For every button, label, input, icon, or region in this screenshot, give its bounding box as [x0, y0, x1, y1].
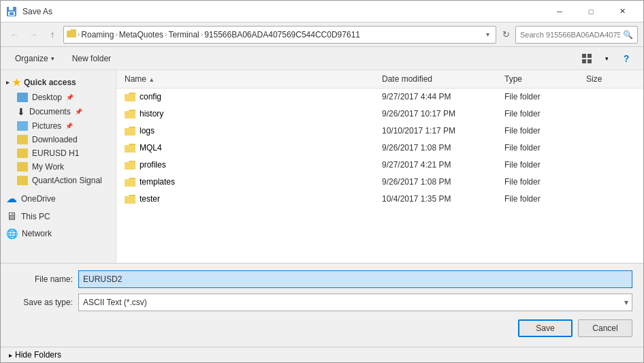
file-name: history	[140, 109, 163, 119]
file-name-cell: history	[122, 108, 379, 120]
file-type: File folder	[502, 91, 583, 103]
filename-input[interactable]	[78, 270, 632, 288]
col-header-size[interactable]: Size	[583, 73, 638, 85]
folder-icon	[125, 92, 135, 101]
col-header-name[interactable]: Name ▲	[122, 73, 379, 85]
hide-folders-chevron: ▸	[9, 351, 12, 359]
table-row[interactable]: config 9/27/2017 4:44 PM File folder	[116, 89, 643, 106]
svg-rect-6	[582, 59, 586, 63]
svg-rect-4	[582, 54, 586, 58]
close-button[interactable]: ✕	[607, 1, 638, 22]
organize-label: Organize	[15, 54, 48, 63]
sidebar-item-documents[interactable]: ⬇ Documents 📌	[1, 104, 116, 119]
quick-access-label: Quick access	[24, 78, 76, 87]
search-icon: 🔍	[623, 30, 633, 40]
documents-pin-icon: 📌	[75, 108, 82, 115]
back-button[interactable]: ←	[6, 27, 22, 43]
col-header-type[interactable]: Type	[502, 73, 583, 85]
up-button[interactable]: ↑	[44, 27, 61, 43]
sidebar-quick-access-header[interactable]: ▸ ★ Quick access	[1, 74, 116, 91]
downloaded-icon	[17, 135, 28, 144]
file-type: File folder	[502, 108, 583, 120]
view-toggle-button[interactable]	[578, 50, 596, 67]
breadcrumb-roaming: Roaming	[81, 30, 114, 40]
sidebar-item-downloaded[interactable]: Downloaded	[1, 133, 116, 146]
sidebar-item-quantaction[interactable]: QuantAction Signal	[1, 174, 116, 187]
file-name: templates	[140, 177, 175, 187]
sidebar-desktop-label: Desktop	[32, 93, 62, 102]
file-date: 9/26/2017 1:08 PM	[379, 176, 502, 188]
savetype-row: Save as type: ASCII Text (*.csv)	[12, 294, 632, 311]
title-bar-left: Save As	[6, 6, 52, 17]
table-row[interactable]: tester 10/4/2017 1:35 PM File folder	[116, 191, 643, 208]
folder-small-icon	[67, 29, 76, 37]
quick-access-star-icon: ★	[12, 77, 21, 88]
maximize-button[interactable]: □	[575, 1, 607, 22]
sidebar-item-pictures[interactable]: Pictures 📌	[1, 119, 116, 133]
breadcrumb-hash: 915566BA06ADA407569C544CC0D97611	[204, 30, 360, 40]
file-name: logs	[140, 126, 155, 136]
onedrive-icon: ☁	[6, 192, 17, 205]
hide-folders-bar[interactable]: ▸ Hide Folders	[1, 347, 643, 362]
table-row[interactable]: profiles 9/27/2017 4:21 PM File folder	[116, 157, 643, 174]
sidebar-onedrive-label: OneDrive	[21, 194, 56, 204]
address-bar[interactable]: › Roaming › MetaQuotes › Terminal › 9155…	[63, 26, 496, 44]
new-folder-label: New folder	[72, 54, 111, 63]
svg-rect-7	[587, 59, 592, 63]
organize-button[interactable]: Organize ▾	[9, 50, 61, 67]
organize-toolbar: Organize ▾ New folder ▾ ?	[1, 47, 643, 70]
search-bar[interactable]: 🔍	[515, 26, 638, 44]
save-as-dialog: Save As ─ □ ✕ ← → ↑ › Roaming › MetaQuot…	[0, 0, 644, 363]
save-button[interactable]: Save	[518, 319, 573, 337]
address-content: › Roaming › MetaQuotes › Terminal › 9155…	[67, 29, 479, 40]
folder-icon	[125, 109, 135, 119]
forward-button[interactable]: →	[25, 27, 42, 43]
mywork-icon	[17, 162, 28, 172]
sidebar-thispc-label: This PC	[21, 212, 50, 221]
file-size	[583, 112, 638, 115]
table-row[interactable]: templates 9/26/2017 1:08 PM File folder	[116, 174, 643, 191]
file-name: MQL4	[140, 143, 162, 153]
file-type: File folder	[502, 193, 583, 205]
col-header-date[interactable]: Date modified	[379, 73, 502, 85]
sidebar-network-label: Network	[22, 229, 52, 238]
organize-arrow: ▾	[51, 55, 54, 62]
file-name-cell: templates	[122, 176, 379, 188]
sidebar-quantaction-label: QuantAction Signal	[32, 176, 102, 185]
sidebar-documents-label: Documents	[29, 107, 71, 116]
cancel-button[interactable]: Cancel	[578, 319, 632, 337]
new-folder-button[interactable]: New folder	[66, 50, 117, 67]
svg-rect-3	[10, 12, 14, 15]
table-row[interactable]: MQL4 9/26/2017 1:08 PM File folder	[116, 140, 643, 157]
savetype-select[interactable]: ASCII Text (*.csv)	[78, 294, 632, 311]
documents-icon: ⬇	[17, 106, 25, 117]
sidebar-item-desktop[interactable]: Desktop 📌	[1, 91, 116, 104]
sidebar-item-eurusd[interactable]: EURUSD H1	[1, 146, 116, 160]
sidebar-item-mywork[interactable]: My Work	[1, 160, 116, 174]
quick-access-chevron: ▸	[6, 79, 10, 86]
minimize-button[interactable]: ─	[544, 1, 575, 22]
refresh-button[interactable]: ↻	[499, 27, 513, 43]
search-input[interactable]	[520, 31, 620, 39]
file-rows-container: config 9/27/2017 4:44 PM File folder his…	[116, 89, 643, 208]
sidebar-item-onedrive[interactable]: ☁ OneDrive	[1, 190, 116, 207]
svg-rect-1	[9, 7, 13, 10]
view-dropdown-button[interactable]: ▾	[601, 50, 612, 67]
table-row[interactable]: logs 10/10/2017 1:17 PM File folder	[116, 123, 643, 140]
folder-icon-sm	[67, 29, 76, 40]
help-button[interactable]: ?	[617, 50, 635, 67]
savetype-label: Save as type:	[12, 298, 73, 307]
thispc-icon: 🖥	[6, 210, 17, 223]
sidebar-pictures-label: Pictures	[32, 121, 61, 131]
table-row[interactable]: history 9/26/2017 10:17 PM File folder	[116, 106, 643, 123]
address-dropdown-button[interactable]: ▾	[482, 28, 493, 42]
sidebar-item-network[interactable]: 🌐 Network	[1, 226, 116, 241]
save-icon	[6, 6, 17, 17]
breadcrumb-metaquotes: MetaQuotes	[119, 30, 163, 40]
sidebar-eurusd-label: EURUSD H1	[32, 148, 79, 158]
sidebar-item-thispc[interactable]: 🖥 This PC	[1, 208, 116, 225]
file-date: 10/4/2017 1:35 PM	[379, 193, 502, 205]
desktop-pin-icon: 📌	[66, 94, 74, 101]
nav-toolbar: ← → ↑ › Roaming › MetaQuotes › Terminal …	[1, 22, 643, 47]
bottom-bar: File name: Save as type: ASCII Text (*.c…	[1, 263, 643, 347]
